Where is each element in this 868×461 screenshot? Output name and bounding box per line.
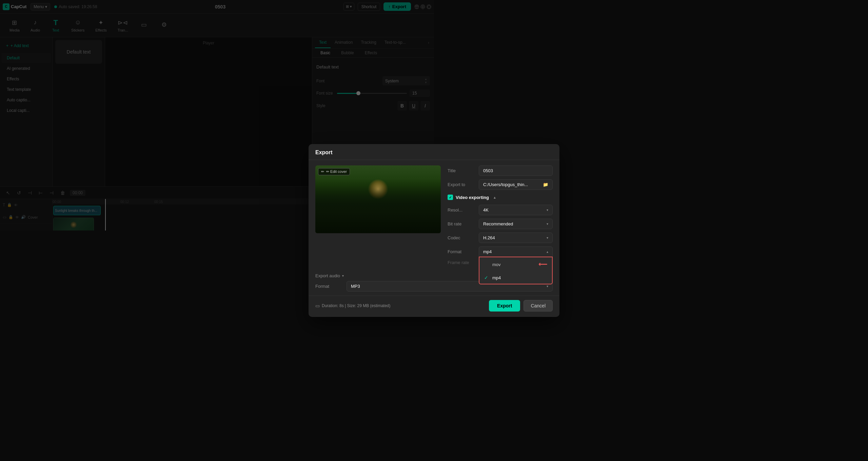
dialog-body: ✏ ✏ Edit cover Title 0503 Export to <box>309 160 434 230</box>
modal-overlay: Export ✏ ✏ Edit cover <box>0 0 434 230</box>
export-dialog: Export ✏ ✏ Edit cover <box>309 144 434 230</box>
tree-silhouette <box>315 179 434 230</box>
edit-icon: ✏ <box>321 169 324 174</box>
edit-cover-button[interactable]: ✏ ✏ Edit cover <box>318 168 350 175</box>
preview-image: ✏ ✏ Edit cover <box>315 165 434 230</box>
dialog-header: Export <box>309 144 434 160</box>
dialog-preview: ✏ ✏ Edit cover <box>315 165 434 230</box>
